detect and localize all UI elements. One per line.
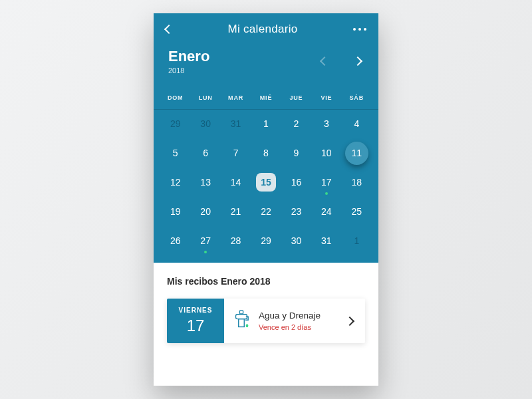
calendar-day[interactable]: 5 [160,143,190,163]
calendar-day[interactable]: 29 [251,231,281,251]
receipt-dow: VIERNES [179,307,213,314]
calendar-day[interactable]: 18 [342,172,372,192]
nav-bar: Mi calendario [154,13,378,41]
day-number: 27 [200,235,211,246]
calendar-day[interactable]: 23 [281,201,311,221]
calendar-day[interactable]: 3 [311,114,341,134]
day-number: 25 [351,206,362,217]
calendar-grid: 2930311234567891011121314151617181920212… [154,110,378,263]
back-icon[interactable] [164,25,174,34]
receipt-day: 17 [187,317,205,335]
receipts-section: Mis recibos Enero 2018 VIERNES 17 [154,263,378,343]
month-header: Enero 2018 [154,41,378,86]
day-number: 19 [170,206,181,217]
day-number: 2 [294,118,299,129]
calendar-day[interactable]: 19 [160,201,190,221]
phone-frame: Mi calendario Enero 2018 DOMLUNMARMIÉJUE… [154,13,378,386]
day-number: 1 [263,118,269,129]
day-number: 8 [263,148,269,158]
day-number: 11 [351,148,362,158]
calendar-day[interactable]: 13 [190,172,220,192]
day-number: 30 [291,235,302,246]
calendar-day[interactable]: 30 [281,231,311,251]
day-number: 10 [321,148,332,158]
calendar-day[interactable]: 15 [251,172,281,192]
weekday-label: LUN [190,94,220,101]
calendar-day[interactable]: 31 [311,231,341,251]
calendar-day[interactable]: 4 [342,114,372,134]
day-number: 26 [170,235,181,246]
month-name: Enero [168,48,209,65]
day-number: 23 [291,206,302,217]
day-number: 9 [294,148,299,158]
weekday-label: MIÉ [251,94,281,101]
calendar-day[interactable]: 14 [221,172,251,192]
day-number: 15 [261,177,271,188]
svg-rect-2 [239,319,245,327]
calendar-day[interactable]: 27 [190,231,220,251]
calendar-day[interactable]: 9 [281,143,311,163]
faucet-icon [232,310,251,332]
day-number: 31 [231,118,241,129]
day-number: 24 [321,206,332,217]
calendar-day[interactable]: 12 [160,172,190,192]
day-number: 1 [354,235,359,246]
next-month-icon[interactable] [353,57,362,66]
receipt-date-badge: VIERNES 17 [167,299,224,343]
day-number: 18 [351,177,362,188]
calendar-day[interactable]: 26 [160,231,190,251]
day-number: 22 [261,206,271,217]
day-number: 5 [173,148,178,158]
receipt-subtitle: Vence en 2 días [259,323,338,331]
event-dot-icon [204,251,207,253]
month-year: 2018 [168,66,209,74]
calendar-panel: Mi calendario Enero 2018 DOMLUNMARMIÉJUE… [154,13,378,263]
event-dot-icon [325,192,328,195]
calendar-day[interactable]: 7 [221,143,251,163]
day-number: 12 [170,177,181,188]
calendar-day[interactable]: 20 [190,201,220,221]
day-number: 30 [200,118,211,129]
calendar-day[interactable]: 1 [251,114,281,134]
weekday-header: DOMLUNMARMIÉJUEVIESÁB [154,86,378,110]
day-number: 28 [231,235,241,246]
day-number: 29 [170,118,181,129]
day-number: 13 [200,177,211,188]
chevron-right-icon [345,316,354,325]
calendar-day[interactable]: 10 [311,143,341,163]
calendar-day[interactable]: 17 [311,172,341,192]
page-title: Mi calendario [227,23,297,36]
day-number: 20 [200,206,211,217]
day-number: 14 [231,177,241,188]
receipt-card[interactable]: VIERNES 17 Agua y Drenaje Vence en 2 día… [167,299,365,343]
calendar-day[interactable]: 22 [251,201,281,221]
more-icon[interactable] [353,28,366,31]
weekday-label: VIE [311,94,341,101]
calendar-day[interactable]: 6 [190,143,220,163]
day-number: 6 [203,148,208,158]
calendar-day[interactable]: 24 [311,201,341,221]
svg-rect-1 [236,314,247,319]
day-number: 17 [321,177,332,188]
calendar-day[interactable]: 29 [160,114,190,134]
calendar-day[interactable]: 21 [221,201,251,221]
day-number: 29 [261,235,271,246]
calendar-day[interactable]: 11 [342,143,372,163]
calendar-day[interactable]: 31 [221,114,251,134]
day-number: 31 [321,235,332,246]
receipts-title: Mis recibos Enero 2018 [167,276,365,287]
day-number: 21 [231,206,241,217]
day-number: 4 [354,118,359,129]
day-number: 7 [233,148,239,158]
calendar-day[interactable]: 8 [251,143,281,163]
calendar-day[interactable]: 30 [190,114,220,134]
weekday-label: DOM [160,94,190,101]
svg-point-3 [246,324,249,327]
svg-rect-0 [239,310,243,313]
calendar-day[interactable]: 16 [281,172,311,192]
prev-month-icon[interactable] [320,57,329,66]
calendar-day[interactable]: 25 [342,201,372,221]
calendar-day[interactable]: 1 [342,231,372,251]
calendar-day[interactable]: 28 [221,231,251,251]
calendar-day[interactable]: 2 [281,114,311,134]
